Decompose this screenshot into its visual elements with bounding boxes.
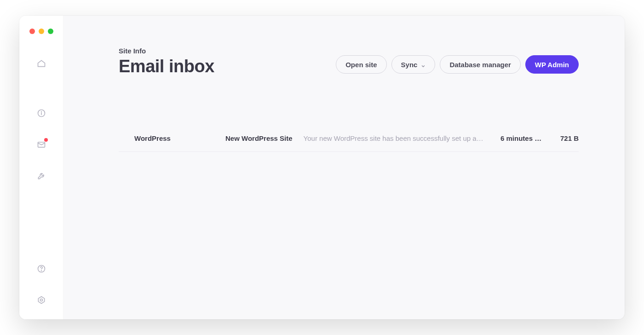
minimize-window-button[interactable] <box>39 29 44 34</box>
settings-icon[interactable] <box>32 291 51 309</box>
sync-button[interactable]: Sync <box>391 55 436 74</box>
close-window-button[interactable] <box>29 29 35 34</box>
email-subject: New WordPress Site <box>225 134 293 142</box>
maximize-window-button[interactable] <box>48 29 53 34</box>
tools-icon[interactable] <box>32 167 51 185</box>
sync-button-label: Sync <box>401 61 418 69</box>
breadcrumb: Site Info <box>119 47 214 55</box>
window-controls <box>29 29 53 34</box>
page-title: Email inbox <box>119 57 214 76</box>
info-icon[interactable] <box>32 104 51 122</box>
email-sender: WordPress <box>134 134 217 142</box>
svg-point-7 <box>40 299 42 301</box>
main-content: Site Info Email inbox Open site Sync Dat… <box>63 16 625 319</box>
sidebar <box>19 16 63 319</box>
chevron-down-icon <box>421 62 426 67</box>
email-preview: Your new WordPress site has been success… <box>304 134 492 142</box>
help-icon[interactable] <box>32 260 51 278</box>
svg-point-2 <box>41 111 41 112</box>
open-site-button[interactable]: Open site <box>336 55 386 74</box>
mail-icon[interactable] <box>32 135 51 154</box>
header: Site Info Email inbox Open site Sync Dat… <box>119 47 579 76</box>
email-list: WordPress New WordPress Site Your new Wo… <box>119 127 579 152</box>
app-window: Site Info Email inbox Open site Sync Dat… <box>19 16 625 319</box>
home-icon[interactable] <box>32 54 51 73</box>
wp-admin-button[interactable]: WP Admin <box>525 55 579 74</box>
header-actions: Open site Sync Database manager WP Admin <box>336 55 579 74</box>
database-manager-button[interactable]: Database manager <box>440 55 520 74</box>
svg-point-5 <box>41 271 41 271</box>
svg-marker-6 <box>38 297 44 304</box>
email-time: 6 minutes … <box>500 134 543 142</box>
email-row[interactable]: WordPress New WordPress Site Your new Wo… <box>119 127 579 152</box>
email-size: 721 B <box>551 134 579 142</box>
